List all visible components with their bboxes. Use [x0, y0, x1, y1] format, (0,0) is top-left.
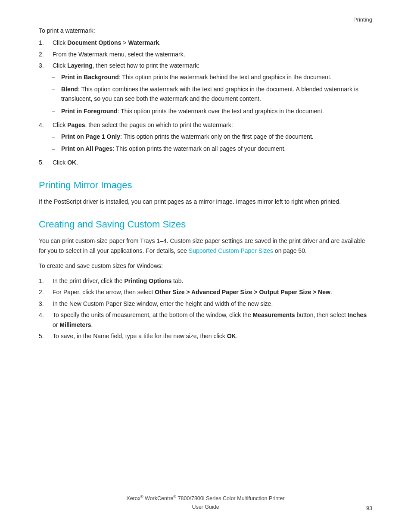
list-item: – Print on Page 1 Only: This option prin…: [53, 132, 372, 141]
bold-text: Millimeters: [59, 321, 91, 328]
bold-text: Print in Background: [61, 74, 119, 81]
table-row: 3. In the New Custom Paper Size window, …: [39, 299, 372, 308]
page: Printing To print a watermark: 1. Click …: [0, 0, 411, 532]
step-content: From the Watermark menu, select the wate…: [53, 50, 372, 59]
section2-heading: Creating and Saving Custom Sizes: [39, 219, 372, 230]
list-item: – Print in Background: This option print…: [53, 72, 372, 82]
bold-text: Print in Foreground: [61, 108, 118, 115]
footer-text: Xerox® WorkCentre® 7800/7800i Series Col…: [126, 495, 284, 501]
step-num: 4.: [39, 310, 53, 320]
table-row: 5. To save, in the Name field, type a ti…: [39, 331, 372, 341]
dash: –: [52, 84, 61, 94]
dash: –: [52, 72, 61, 82]
step-content: In the print driver, click the Printing …: [53, 276, 372, 286]
watermark-steps-list: 1. Click Document Options > Watermark. 2…: [39, 38, 372, 167]
bold-text: Print on Page 1 Only: [61, 133, 120, 140]
bold-text: OK: [67, 159, 76, 166]
layering-bullets: – Print in Background: This option print…: [53, 72, 372, 116]
step-num: 3.: [39, 61, 53, 70]
bold-text: Pages: [67, 121, 85, 128]
custom-sizes-steps-list: 1. In the print driver, click the Printi…: [39, 276, 372, 341]
footer-text2: User Guide: [192, 504, 219, 510]
bold-text: Measurements: [253, 311, 295, 318]
table-row: 1. Click Document Options > Watermark.: [39, 38, 372, 47]
supported-sizes-link[interactable]: Supported Custom Paper Sizes: [189, 247, 273, 254]
step-num: 5.: [39, 158, 53, 167]
table-row: 5. Click OK.: [39, 158, 372, 167]
bold-text: Printing Options: [125, 277, 172, 284]
bold-text: Layering: [67, 62, 92, 69]
step-num: 2.: [39, 287, 53, 297]
step-num: 4.: [39, 120, 53, 130]
list-item: – Print in Foreground: This option print…: [53, 106, 372, 116]
table-row: 1. In the print driver, click the Printi…: [39, 276, 372, 286]
section2-paragraph2: To create and save custom sizes for Wind…: [39, 261, 372, 271]
section2-paragraph1: You can print custom-size paper from Tra…: [39, 236, 372, 256]
bullet-content: Print in Background: This option prints …: [61, 72, 372, 82]
step-num: 1.: [39, 276, 53, 286]
bullet-content: Print in Foreground: This option prints …: [61, 106, 372, 116]
dash: –: [52, 132, 61, 141]
step-content: In the New Custom Paper Size window, ent…: [53, 299, 372, 308]
table-row: 4. Click Pages, then select the pages on…: [39, 120, 372, 156]
section1-heading: Printing Mirror Images: [39, 180, 372, 191]
bold-text: Document Options: [67, 39, 121, 46]
footer-page-number: 93: [366, 505, 372, 511]
bold-text: Blend: [61, 86, 78, 93]
bold-text: Inches: [348, 311, 367, 318]
footer: Xerox® WorkCentre® 7800/7800i Series Col…: [0, 494, 411, 511]
section1-paragraph: If the PostScript driver is installed, y…: [39, 197, 372, 207]
bold-text: Other Size > Advanced Paper Size > Outpu…: [155, 289, 330, 296]
bold-text: Watermark: [128, 39, 159, 46]
table-row: 2. For Paper, click the arrow, then sele…: [39, 287, 372, 297]
step-num: 1.: [39, 38, 53, 47]
bold-text: Print on All Pages: [61, 145, 112, 152]
step-content: Click Layering, then select how to print…: [53, 61, 372, 118]
pages-bullets: – Print on Page 1 Only: This option prin…: [53, 132, 372, 154]
dash: –: [52, 144, 61, 153]
step-num: 3.: [39, 299, 53, 308]
bold-text: OK: [227, 333, 236, 339]
step-content: Click Pages, then select the pages on wh…: [53, 120, 372, 156]
bullet-content: Blend: This option combines the watermar…: [61, 84, 372, 104]
step-content: To specify the units of measurement, at …: [53, 310, 372, 330]
table-row: 2. From the Watermark menu, select the w…: [39, 50, 372, 59]
list-item: – Blend: This option combines the waterm…: [53, 84, 372, 104]
intro-text: To print a watermark:: [39, 26, 372, 35]
bullet-content: Print on Page 1 Only: This option prints…: [61, 132, 372, 141]
dash: –: [52, 106, 61, 116]
step-content: To save, in the Name field, type a title…: [53, 331, 372, 341]
step-num: 2.: [39, 50, 53, 59]
step-content: Click Document Options > Watermark.: [53, 38, 372, 47]
header-label: Printing: [353, 16, 372, 23]
step-content: Click OK.: [53, 158, 372, 167]
bullet-content: Print on All Pages: This option prints t…: [61, 144, 372, 153]
step-num: 5.: [39, 331, 53, 341]
step-content: For Paper, click the arrow, then select …: [53, 287, 372, 297]
list-item: – Print on All Pages: This option prints…: [53, 144, 372, 153]
table-row: 4. To specify the units of measurement, …: [39, 310, 372, 330]
table-row: 3. Click Layering, then select how to pr…: [39, 61, 372, 118]
